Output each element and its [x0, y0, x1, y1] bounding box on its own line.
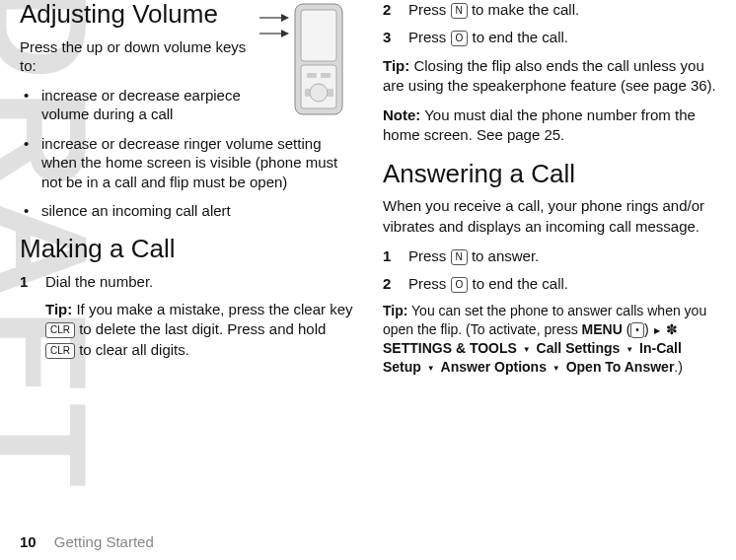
step-text: to answer.: [468, 247, 540, 264]
making-call-tip: Tip: If you make a mistake, press the cl…: [20, 300, 353, 360]
step-text: to make the call.: [468, 1, 579, 18]
dial-note: Note: You must dial the phone number fro…: [383, 105, 716, 146]
tip-label: Tip:: [383, 303, 407, 318]
volume-bullets: increase or decrease earpiece volume dur…: [20, 86, 353, 221]
step-number: 1: [20, 272, 28, 292]
path-end: .): [674, 359, 683, 375]
svg-rect-5: [301, 10, 336, 61]
paren: ): [644, 321, 653, 337]
step-number: 2: [383, 0, 391, 20]
tip-text: If you make a mistake, press the clear k…: [72, 301, 352, 317]
arrow-right-icon: [654, 320, 660, 339]
bullet-item: increase or decrease ringer volume setti…: [41, 134, 353, 192]
svg-marker-1: [281, 14, 289, 22]
answering-call-heading: Answering a Call: [383, 160, 716, 189]
menu-label: MENU: [582, 321, 623, 337]
step-text: Press: [408, 1, 451, 18]
send-key-icon: N: [451, 3, 468, 19]
step-number: 3: [383, 28, 391, 47]
step-text: Press: [408, 247, 451, 264]
tip-text: to delete the last digit. Press and hold: [75, 320, 326, 337]
center-key-icon: •: [630, 322, 644, 338]
step-text: Press: [408, 29, 451, 45]
arrow-down-icon: [427, 358, 435, 377]
step-item: 1 Dial the number.: [45, 272, 353, 292]
open-flip-answer-tip: Tip: You can set the phone to answer cal…: [383, 302, 716, 377]
step-text: to end the call.: [468, 275, 568, 292]
tip-text: to clear all digits.: [75, 341, 189, 358]
tip-label: Tip:: [45, 301, 72, 317]
page-footer: 10 Getting Started: [20, 533, 154, 550]
note-text: You must dial the phone number from the …: [383, 106, 696, 143]
path-item: Call Settings: [537, 340, 621, 356]
svg-marker-3: [281, 30, 289, 37]
tip-text: Closing the flip also ends the call unle…: [383, 57, 716, 94]
end-key-icon: O: [451, 277, 469, 293]
clr-key-icon: CLR: [45, 322, 75, 338]
tip-label: Tip:: [383, 57, 409, 74]
flip-close-tip: Tip: Closing the flip also ends the call…: [383, 56, 716, 97]
step-item: 2 Press O to end the call.: [408, 274, 716, 294]
path-item: Open To Answer: [566, 359, 675, 375]
svg-rect-8: [321, 73, 331, 78]
right-column: 2 Press N to make the call. 3 Press O to…: [383, 0, 716, 386]
step-text: Press: [408, 275, 451, 292]
step-number: 1: [383, 246, 391, 266]
path-item: SETTINGS & TOOLS: [383, 340, 517, 356]
tools-icon: ✽: [666, 321, 678, 337]
send-key-icon: N: [451, 249, 468, 265]
paren: (: [623, 321, 631, 337]
step-text: to end the call.: [468, 29, 568, 45]
page-number: 10: [20, 533, 37, 550]
step-number: 2: [383, 274, 391, 294]
footer-section: Getting Started: [54, 533, 154, 550]
answering-intro: When you receive a call, your phone ring…: [383, 196, 716, 237]
making-call-steps-cont: 2 Press N to make the call. 3 Press O to…: [383, 0, 716, 48]
bullet-item: increase or decrease earpiece volume dur…: [41, 86, 353, 124]
arrow-down-icon: [552, 358, 560, 377]
bullet-item: silence an incoming call alert: [41, 201, 353, 221]
arrow-down-icon: [523, 339, 531, 358]
left-column: Adjusting Volume Press the up or down vo…: [20, 0, 353, 386]
answering-steps: 1 Press N to answer. 2 Press O to end th…: [383, 246, 716, 295]
page-content: Adjusting Volume Press the up or down vo…: [20, 0, 716, 386]
svg-rect-7: [307, 73, 317, 78]
end-key-icon: O: [451, 31, 469, 46]
step-item: 1 Press N to answer.: [408, 246, 716, 266]
making-call-heading: Making a Call: [20, 235, 353, 264]
note-label: Note:: [383, 106, 420, 123]
clr-key-icon: CLR: [45, 343, 75, 359]
step-text: Dial the number.: [45, 273, 153, 290]
arrow-down-icon: [626, 339, 633, 358]
path-item: Answer Options: [441, 359, 547, 375]
step-item: 2 Press N to make the call.: [408, 0, 716, 20]
step-item: 3 Press O to end the call.: [408, 28, 716, 47]
making-call-steps: 1 Dial the number.: [20, 272, 353, 292]
